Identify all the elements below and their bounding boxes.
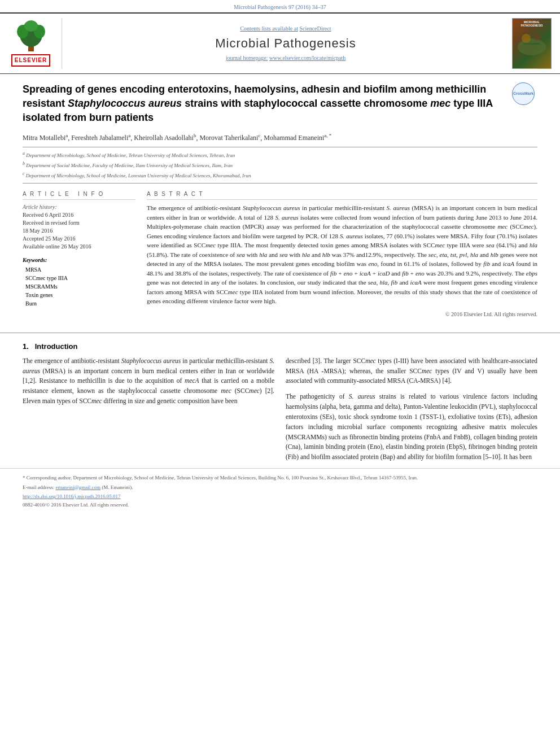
abstract-panel: A B S T R A C T The emergence of antibio… [147,190,537,318]
keyword-mscramms: MSCRAMMs [25,283,135,291]
article-info-abstract: A R T I C L E I N F O Article history: R… [23,190,537,318]
affiliation-b: b Department of Social Medicine, Faculty… [23,160,537,169]
copyright-notice: © 2016 Elsevier Ltd. All rights reserved… [147,311,537,318]
keyword-sccmec: SCCmec type IIIA [25,274,135,282]
email-label: E-mail address: [23,484,54,490]
article-history: Article history: Received 6 April 2016 R… [23,203,135,251]
doi-anchor[interactable]: http://dx.doi.org/10.1016/j.micpath.2016… [23,493,121,499]
email-link[interactable]: emaneini@gmail.com [55,484,100,490]
doi-link[interactable]: http://dx.doi.org/10.1016/j.micpath.2016… [23,493,537,500]
svg-point-5 [518,38,546,55]
received-revised-label: Received in revised form [23,219,135,227]
elsevier-wordmark: ELSEVIER [11,54,50,67]
article-title: Spreading of genes encoding enterotoxins… [23,82,537,125]
received-date: Received 6 April 2016 [23,211,135,219]
available-date: Available online 26 May 2016 [23,243,135,251]
intro-left-column: The emergence of antibiotic-resistant St… [23,356,274,462]
intro-heading: 1. Introduction [23,342,537,352]
history-label: Article history: [23,203,135,211]
elsevier-tree-icon [11,20,51,54]
affiliation-a: a Department of Microbiology, School of … [23,150,537,159]
footer: * Corresponding author. Department of Mi… [0,468,560,511]
svg-point-6 [522,34,531,43]
article-info-label: A R T I C L E I N F O [23,190,135,200]
intro-right-column: described [3]. The larger SCCmec types (… [286,356,537,462]
section-number: 1. [23,342,29,351]
intro-heading-text: Introduction [35,342,78,351]
email-person: (M. Emaneini). [102,484,133,490]
cover-title-text: MICROBIAL PATHOGENESIS [514,20,549,27]
title-text: Spreading of genes encoding enterotoxins… [23,84,493,123]
accepted-date: Accepted 25 May 2016 [23,235,135,243]
footnote-corresponding: * Corresponding author. Department of Mi… [23,474,537,482]
svg-point-7 [534,34,541,41]
affiliations-block: a Department of Microbiology, School of … [23,147,537,184]
journal-ref-text: Microbial Pathogenesis 97 (2016) 34–37 [234,4,326,10]
abstract-label: A B S T R A C T [147,190,537,200]
svg-rect-8 [523,43,540,45]
keywords-label: Keywords: [23,256,135,264]
journal-reference-bar: Microbial Pathogenesis 97 (2016) 34–37 [0,0,560,12]
sciencedirect-name[interactable]: ScienceDirect [299,25,331,32]
journal-title: Microbial Pathogenesis [215,35,356,53]
article-content: Spreading of genes encoding enterotoxins… [0,74,560,324]
keyword-mrsa: MRSA [25,266,135,274]
sciencedirect-link: Contents lists available at ScienceDirec… [240,25,331,33]
elsevier-logo: ELSEVIER [6,18,62,69]
keyword-toxin: Toxin genes [25,291,135,299]
authors-line: Mitra Motallebia, Fereshteh Jabalamelia,… [23,132,537,143]
svg-point-4 [24,20,38,32]
article-info-panel: A R T I C L E I N F O Article history: R… [23,190,135,318]
section-divider [0,333,560,333]
footnote-email: E-mail address: emaneini@gmail.com (M. E… [23,484,537,491]
journal-cover-image: MICROBIAL PATHOGENESIS [509,18,554,69]
abstract-text: The emergence of antibiotic-resistant St… [147,203,537,306]
homepage-url[interactable]: www.elsevier.com/locate/micpath [269,55,345,61]
journal-header: ELSEVIER Contents lists available at Sci… [0,12,560,74]
affiliation-c: c Department of Microbiology, School of … [23,171,537,180]
intro-right-para1: described [3]. The larger SCCmec types (… [286,356,537,386]
intro-left-para1: The emergence of antibiotic-resistant St… [23,356,274,407]
journal-center: Contents lists available at ScienceDirec… [68,18,504,69]
introduction-section: 1. Introduction The emergence of antibio… [0,342,560,462]
footer-copyright: 0882-4010/© 2016 Elsevier Ltd. All right… [23,501,537,509]
intro-two-column: The emergence of antibiotic-resistant St… [23,356,537,462]
keyword-burn: Burn [25,300,135,308]
crossmark-badge[interactable]: CrossMark [512,82,537,108]
page: Microbial Pathogenesis 97 (2016) 34–37 E… [0,0,560,747]
cover-thumbnail: MICROBIAL PATHOGENESIS [512,18,552,69]
intro-right-para2: The pathogenicity of S. aureus strains i… [286,392,537,462]
revised-date: 18 May 2016 [23,227,135,235]
cover-art-icon [515,27,549,58]
journal-homepage: journal homepage: www.elsevier.com/locat… [226,54,346,62]
